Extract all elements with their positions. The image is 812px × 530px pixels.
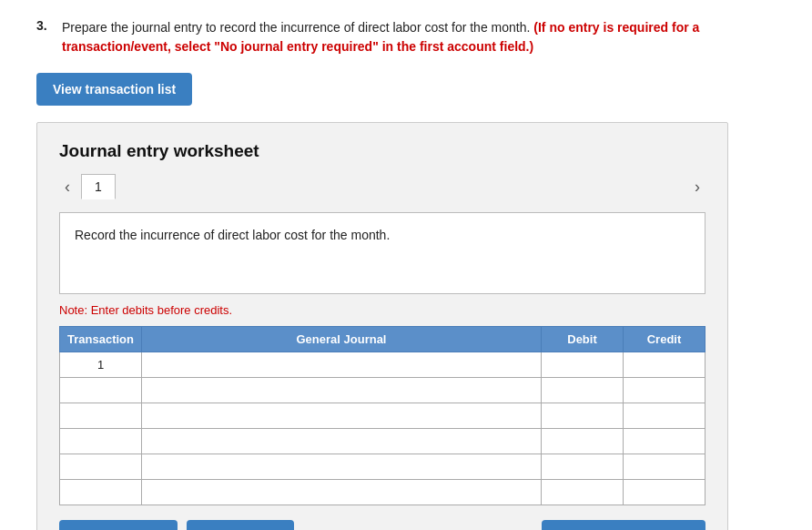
input-debit[interactable] — [542, 403, 623, 428]
header-debit: Debit — [542, 327, 624, 352]
input-debit[interactable] — [542, 429, 623, 454]
view-general-journal-button[interactable]: View general journal — [542, 520, 705, 530]
input-general-journal[interactable] — [142, 454, 541, 479]
cell-general-journal[interactable] — [142, 378, 542, 403]
header-transaction: Transaction — [60, 327, 142, 352]
cell-credit[interactable] — [624, 352, 705, 378]
cell-transaction: 1 — [60, 352, 142, 378]
cell-transaction — [60, 454, 142, 480]
cell-credit[interactable] — [624, 403, 705, 429]
cell-debit[interactable] — [542, 429, 624, 454]
description-box: Record the incurrence of direct labor co… — [59, 212, 705, 294]
instruction-normal: Prepare the journal entry to record the … — [62, 20, 530, 35]
input-debit[interactable] — [542, 378, 623, 403]
cell-general-journal[interactable] — [142, 403, 542, 429]
input-credit[interactable] — [624, 429, 705, 454]
input-debit[interactable] — [542, 480, 623, 505]
instruction-block: 3. Prepare the journal entry to record t… — [36, 18, 719, 56]
cell-debit[interactable] — [542, 403, 624, 429]
cell-transaction — [60, 403, 142, 429]
input-general-journal[interactable] — [142, 480, 541, 505]
tab-1[interactable]: 1 — [81, 174, 116, 199]
table-row — [60, 429, 705, 454]
table-header-row: Transaction General Journal Debit Credit — [60, 327, 705, 352]
input-general-journal[interactable] — [142, 403, 541, 428]
cell-credit[interactable] — [624, 454, 705, 480]
input-credit[interactable] — [624, 454, 705, 479]
cell-general-journal[interactable] — [142, 480, 542, 505]
cell-transaction — [60, 378, 142, 403]
instruction-number: 3. — [36, 18, 55, 56]
header-credit: Credit — [624, 327, 705, 352]
cell-transaction — [60, 480, 142, 505]
header-general-journal: General Journal — [142, 327, 542, 352]
table-row: 1 — [60, 352, 705, 378]
table-row — [60, 480, 705, 505]
tab-next-arrow[interactable]: › — [689, 176, 705, 199]
input-credit[interactable] — [624, 403, 705, 428]
description-text: Record the incurrence of direct labor co… — [75, 228, 390, 242]
cell-debit[interactable] — [542, 480, 624, 505]
worksheet-title: Journal entry worksheet — [59, 141, 705, 161]
table-row — [60, 454, 705, 480]
note-text: Note: Enter debits before credits. — [59, 303, 705, 317]
input-general-journal[interactable] — [142, 429, 541, 454]
cell-transaction — [60, 429, 142, 454]
input-credit[interactable] — [624, 352, 705, 377]
cell-debit[interactable] — [542, 454, 624, 480]
table-row — [60, 378, 705, 403]
input-general-journal[interactable] — [142, 378, 541, 403]
clear-entry-button[interactable]: Clear entry — [187, 520, 293, 530]
record-entry-button[interactable]: Record entry — [59, 520, 178, 530]
button-row: Record entry Clear entry View general jo… — [59, 520, 705, 530]
input-debit[interactable] — [542, 352, 623, 377]
cell-debit[interactable] — [542, 378, 624, 403]
journal-table: Transaction General Journal Debit Credit… — [59, 326, 705, 505]
tab-prev-arrow[interactable]: ‹ — [59, 176, 76, 199]
tab-navigation: ‹ 1 › — [59, 174, 705, 199]
cell-general-journal[interactable] — [142, 454, 542, 480]
cell-credit[interactable] — [624, 378, 705, 403]
cell-debit[interactable] — [542, 352, 624, 378]
instruction-text: Prepare the journal entry to record the … — [62, 18, 719, 56]
table-row — [60, 403, 705, 429]
input-debit[interactable] — [542, 454, 623, 479]
cell-general-journal[interactable] — [142, 429, 542, 454]
input-general-journal[interactable] — [142, 352, 541, 377]
view-transaction-button[interactable]: View transaction list — [36, 73, 192, 106]
cell-credit[interactable] — [624, 480, 705, 505]
input-credit[interactable] — [624, 378, 705, 403]
input-credit[interactable] — [624, 480, 705, 505]
worksheet-container: Journal entry worksheet ‹ 1 › Record the… — [36, 122, 728, 530]
cell-general-journal[interactable] — [142, 352, 542, 378]
cell-credit[interactable] — [624, 429, 705, 454]
